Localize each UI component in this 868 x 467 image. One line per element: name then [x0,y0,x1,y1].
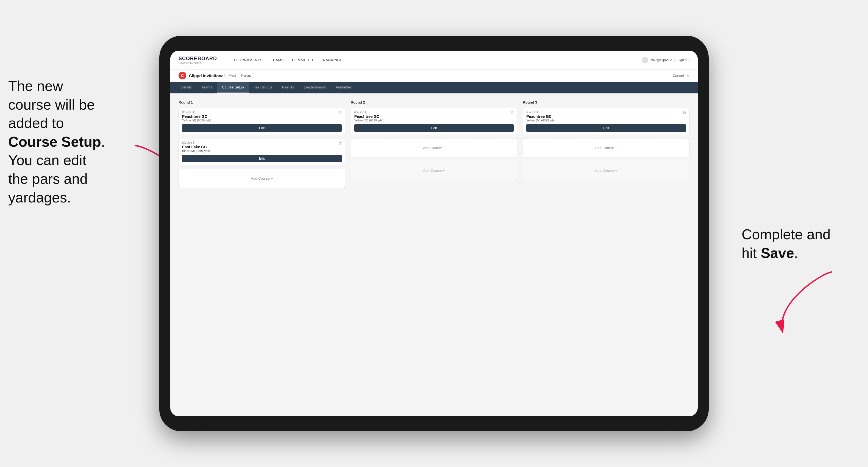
tab-teams[interactable]: Teams [197,82,217,93]
annotation-line1: The new [8,78,63,94]
main-content: Round 1 🗑 (Course A) Peachtree GC Yellow… [170,93,698,416]
course-label-r2-a: (Course A) [354,111,514,114]
tab-bar: Details Teams Course Setup Tee Groups Re… [170,82,698,93]
course-name-r3-a: Peachtree GC [526,114,686,119]
add-course-text-r1: Add Course + [251,176,273,181]
course-card-r1-a: 🗑 (Course A) Peachtree GC Yellow (M) (66… [179,108,345,135]
add-course-text-r2-disabled: Add Course + [423,168,445,173]
nav-link-tournaments[interactable]: TOURNAMENTS [234,58,262,62]
nav-separator: | [674,58,675,62]
add-course-r2-disabled: Add Course + [351,161,518,180]
add-course-text-r2-active: Add Course + [423,146,445,150]
delete-icon-r1-a[interactable]: 🗑 [338,110,342,115]
round-1-header: Round 1 [179,100,345,104]
nav-link-committee[interactable]: COMMITTEE [292,58,315,62]
annotation-line3: added to [8,115,64,131]
course-name-r1-a: Peachtree GC [182,114,342,119]
tournament-bar: C Clippd Invitational (Men) Hosting Canc… [170,69,698,82]
tab-leaderboards[interactable]: Leaderboards [299,82,331,93]
delete-icon-r1-b[interactable]: 🗑 [338,141,342,145]
annotation-right-line1: Complete and [742,226,831,242]
add-course-r3-active[interactable]: Add Course + [523,138,689,157]
add-course-r1[interactable]: Add Course + [179,169,345,188]
tablet-screen: SCOREBOARD Powered by clippd TOURNAMENTS… [170,51,698,416]
nav-right: blair@clippd.io | Sign out [642,57,689,63]
nav-logo-title: SCOREBOARD [179,56,217,62]
nav-link-teams[interactable]: TEAMS [271,58,284,62]
nav-logo: SCOREBOARD Powered by clippd [179,56,217,65]
course-detail-r1-b: Black (M) (6891 yds) [182,149,342,152]
annotation-line2: course will be [8,97,95,113]
round-1-column: Round 1 🗑 (Course A) Peachtree GC Yellow… [179,100,345,191]
add-course-r3-disabled: Add Course + [523,161,689,180]
tab-printables[interactable]: Printables [331,82,356,93]
nav-logo-sub: Powered by clippd [179,62,217,65]
arrow-right [769,269,846,341]
course-name-r1-b: East Lake GC [182,145,342,149]
annotation-line4-bold: Course Setup [8,134,101,150]
round-3-column: Round 3 🗑 (Course A) Peachtree GC Yellow… [523,100,689,191]
edit-btn-r1-b[interactable]: Edit [182,155,342,162]
edit-btn-r1-a[interactable]: Edit [182,124,342,132]
delete-icon-r3-a[interactable]: 🗑 [683,110,686,115]
course-label-r3-a: (Course A) [526,111,686,114]
course-card-r1-b: 🗑 (Course B) East Lake GC Black (M) (689… [179,138,345,165]
tablet-frame: SCOREBOARD Powered by clippd TOURNAMENTS… [159,36,709,431]
annotation-left: The new course will be added to Course S… [8,77,140,207]
hosting-badge: Hosting [239,73,254,78]
add-course-text-r3-active: Add Course + [595,146,617,150]
nav-avatar [642,57,648,63]
course-label-r1-a: (Course A) [182,111,342,114]
annotation-right-line2-prefix: hit [742,245,761,261]
add-course-r2-active[interactable]: Add Course + [351,138,518,157]
annotation-line4-suffix: . [101,134,105,150]
annotation-line6: the pars and [8,171,88,187]
tournament-left: C Clippd Invitational (Men) Hosting [179,72,254,80]
round-2-header: Round 2 [351,100,518,104]
cancel-button[interactable]: Cancel ✕ [673,73,689,78]
tournament-name: Clippd Invitational [189,73,225,78]
nav-links: TOURNAMENTS TEAMS COMMITTEE RANKINGS [234,58,343,62]
tab-course-setup[interactable]: Course Setup [217,82,249,93]
tab-results[interactable]: Results [277,82,299,93]
top-nav: SCOREBOARD Powered by clippd TOURNAMENTS… [170,51,698,69]
round-3-header: Round 3 [523,100,689,104]
tournament-logo: C [179,72,186,80]
course-detail-r2-a: Yellow (M) (6629 yds) [354,119,514,122]
edit-btn-r3-a[interactable]: Edit [526,124,686,132]
course-detail-r1-a: Yellow (M) (6629 yds) [182,119,342,122]
tab-details[interactable]: Details [176,82,197,93]
edit-btn-r2-a[interactable]: Edit [354,124,514,132]
nav-email: blair@clippd.io [650,58,672,62]
course-name-r2-a: Peachtree GC [354,114,514,119]
annotation-right: Complete and hit Save. [742,225,851,262]
tournament-gender: (Men) [227,73,236,77]
course-label-r1-b: (Course B) [182,141,342,144]
rounds-grid: Round 1 🗑 (Course A) Peachtree GC Yellow… [179,100,689,191]
annotation-right-line2-suffix: . [794,245,798,261]
course-detail-r3-a: Yellow (M) (6629 yds) [526,119,686,122]
annotation-right-line2-bold: Save [761,245,794,261]
nav-link-rankings[interactable]: RANKINGS [323,58,343,62]
add-course-text-r3-disabled: Add Course + [595,168,617,173]
tab-tee-groups[interactable]: Tee Groups [249,82,277,93]
annotation-line5: You can edit [8,152,86,168]
course-card-r3-a: 🗑 (Course A) Peachtree GC Yellow (M) (66… [523,108,689,135]
round-2-column: Round 2 🗑 (Course A) Peachtree GC Yellow… [351,100,518,191]
delete-icon-r2-a[interactable]: 🗑 [510,110,514,115]
annotation-line7: yardages. [8,190,71,206]
course-card-r2-a: 🗑 (Course A) Peachtree GC Yellow (M) (66… [351,108,518,135]
nav-signout[interactable]: Sign out [677,58,689,62]
